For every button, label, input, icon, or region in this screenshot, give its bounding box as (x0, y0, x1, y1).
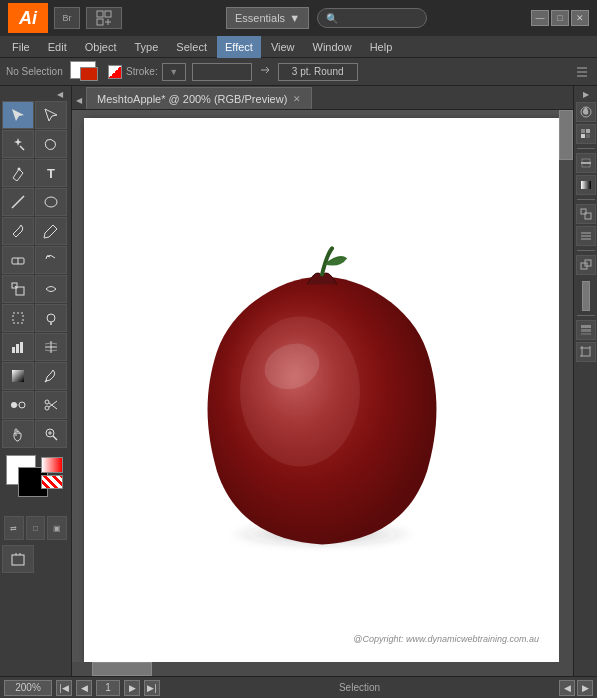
stroke-dropdown[interactable]: ▼ (162, 63, 186, 81)
nav-prev-button[interactable]: ◀ (76, 680, 92, 696)
ellipse-tool[interactable] (35, 188, 67, 216)
scissors-tool[interactable] (35, 391, 67, 419)
none-swatch (41, 475, 63, 489)
page-number[interactable]: 1 (96, 680, 120, 696)
scale-tool[interactable] (2, 275, 34, 303)
tab-scroll-left[interactable]: ◀ (76, 91, 86, 109)
white-canvas: @Copyright: www.dynamicwebtraining.com.a… (84, 118, 559, 662)
zoom-display[interactable]: 200% (4, 680, 52, 696)
layers-panel-icon[interactable] (576, 320, 596, 340)
direct-selection-tool[interactable] (35, 101, 67, 129)
type-tool[interactable]: T (35, 159, 67, 187)
right-panel-toggle[interactable]: ▶ (581, 90, 591, 100)
mesh-tool[interactable] (35, 333, 67, 361)
rotate-tool[interactable] (35, 246, 67, 274)
svg-rect-36 (12, 555, 24, 565)
warp-tool[interactable] (35, 275, 67, 303)
title-bar: Ai Br Essentials ▼ — □ ✕ (0, 0, 597, 36)
options-menu-icon[interactable] (573, 63, 591, 81)
ai-logo: Ai (8, 3, 48, 33)
blend-tool[interactable] (2, 391, 34, 419)
menu-object[interactable]: Object (77, 36, 125, 58)
selection-tool[interactable] (2, 101, 34, 129)
stroke-width-display[interactable]: 3 pt. Round (278, 63, 358, 81)
transform-panel-icon[interactable] (576, 204, 596, 224)
horizontal-scrollbar[interactable] (72, 662, 559, 676)
artboard-tool[interactable] (2, 545, 34, 573)
eraser-tool[interactable] (2, 246, 34, 274)
zoom-tool[interactable] (35, 420, 67, 448)
swap-icon[interactable]: ⇄ (4, 516, 24, 540)
eyedropper-tool[interactable] (35, 362, 67, 390)
menu-effect[interactable]: Effect (217, 36, 261, 58)
menu-window[interactable]: Window (305, 36, 360, 58)
arrange-button[interactable] (86, 7, 122, 29)
vertical-scrollbar[interactable] (559, 110, 573, 662)
svg-rect-60 (582, 348, 590, 356)
free-transform-tool[interactable] (2, 304, 34, 332)
nav-first-button[interactable]: |◀ (56, 680, 72, 696)
menu-help[interactable]: Help (362, 36, 401, 58)
align-panel-icon[interactable] (576, 226, 596, 246)
tab-bar: ◀ MeshtoApple* @ 200% (RGB/Preview) ✕ (72, 86, 573, 110)
svg-rect-20 (20, 342, 23, 353)
drawing-canvas[interactable]: @Copyright: www.dynamicwebtraining.com.a… (72, 110, 573, 676)
scroll-corner (559, 662, 573, 676)
menu-edit[interactable]: Edit (40, 36, 75, 58)
status-bar: 200% |◀ ◀ 1 ▶ ▶| Selection ◀ ▶ (0, 676, 597, 698)
column-graph-tool[interactable] (2, 333, 34, 361)
status-next-arrow[interactable]: ▶ (577, 680, 593, 696)
svg-line-6 (20, 146, 24, 150)
maximize-button[interactable]: □ (551, 10, 569, 26)
menu-file[interactable]: File (4, 36, 38, 58)
color-panel-icon[interactable] (576, 102, 596, 122)
document-tab[interactable]: MeshtoApple* @ 200% (RGB/Preview) ✕ (86, 87, 312, 109)
copyright-text: @Copyright: www.dynamicwebtraining.com.a… (353, 634, 539, 644)
status-prev-arrow[interactable]: ◀ (559, 680, 575, 696)
symbol-sprayer-tool[interactable] (35, 304, 67, 332)
horizontal-scroll-thumb[interactable] (92, 662, 152, 676)
magic-wand-tool[interactable] (2, 130, 34, 158)
pencil-tool[interactable] (35, 217, 67, 245)
close-button[interactable]: ✕ (571, 10, 589, 26)
lasso-tool[interactable] (35, 130, 67, 158)
gradient-tool[interactable] (2, 362, 34, 390)
menu-view[interactable]: View (263, 36, 303, 58)
tab-close[interactable]: ✕ (293, 94, 301, 104)
stroke-color-indicator[interactable] (80, 67, 98, 81)
search-input[interactable] (317, 8, 427, 28)
swap-colors-icon[interactable] (108, 65, 122, 79)
line-tool[interactable] (2, 188, 34, 216)
stroke-color-picker[interactable] (192, 63, 252, 81)
menu-select[interactable]: Select (168, 36, 215, 58)
workspace-dropdown[interactable]: Essentials ▼ (226, 7, 309, 29)
vertical-scroll-thumb[interactable] (559, 110, 573, 160)
artboards-panel-icon[interactable] (576, 342, 596, 362)
svg-line-24 (45, 380, 47, 382)
menu-type[interactable]: Type (127, 36, 167, 58)
nav-last-button[interactable]: ▶| (144, 680, 160, 696)
gradient-panel-icon[interactable] (576, 175, 596, 195)
screen-mode-icon[interactable]: ▣ (47, 516, 67, 540)
pathfinder-panel-icon[interactable] (576, 255, 596, 275)
right-slider-area (582, 281, 590, 311)
tool-row-magic (2, 130, 69, 158)
toolbar-toggle[interactable]: ◀ (57, 90, 67, 100)
bridge-button[interactable]: Br (54, 7, 80, 29)
nav-next-button[interactable]: ▶ (124, 680, 140, 696)
stroke-label: Stroke: (126, 66, 158, 77)
pen-tool[interactable] (2, 159, 34, 187)
default-colors-icon[interactable]: □ (26, 516, 46, 540)
window-controls: — □ ✕ (531, 10, 589, 26)
hand-tool[interactable] (2, 420, 34, 448)
tool-row-paint (2, 217, 69, 245)
stroke-panel-icon[interactable] (576, 153, 596, 173)
swatches-panel-icon[interactable] (576, 124, 596, 144)
tool-row-bottom (2, 545, 69, 573)
svg-rect-15 (13, 313, 23, 323)
right-slider[interactable] (582, 281, 590, 311)
paintbrush-tool[interactable] (2, 217, 34, 245)
right-panel-divider-2 (577, 199, 595, 200)
minimize-button[interactable]: — (531, 10, 549, 26)
svg-point-28 (45, 400, 49, 404)
